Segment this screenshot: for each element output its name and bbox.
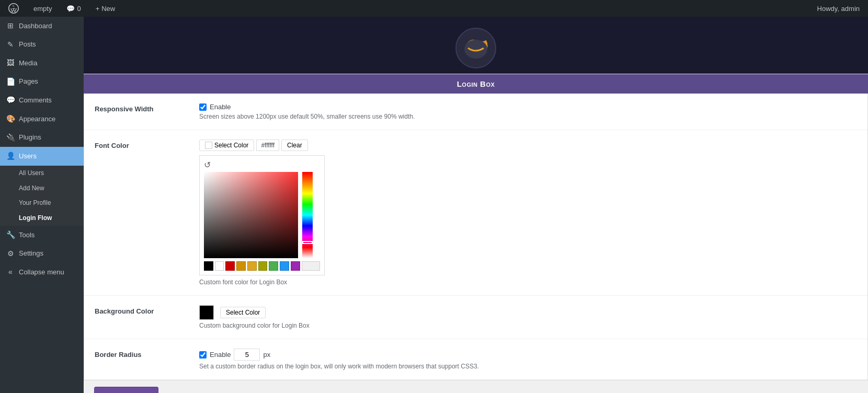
background-color-row: Background Color Select Color Custom bac… bbox=[84, 296, 867, 339]
responsive-width-row: Responsive Width Enable Screen sizes abo… bbox=[84, 94, 867, 130]
border-radius-control: Enable px Set a custom border radius on … bbox=[199, 349, 857, 370]
spectrum-thumb bbox=[302, 241, 313, 244]
sidebar-item-collapse[interactable]: « Collapse menu bbox=[0, 263, 84, 282]
sidebar-item-media[interactable]: 🖼 Media bbox=[0, 54, 84, 73]
section-title: Login Box bbox=[457, 79, 495, 88]
sidebar-item-plugins[interactable]: 🔌 Plugins bbox=[0, 129, 84, 147]
comments-icon: 💬 bbox=[6, 95, 15, 106]
sidebar-item-settings[interactable]: ⚙ Settings bbox=[0, 245, 84, 263]
color-picker-body bbox=[204, 172, 320, 258]
background-color-label: Background Color bbox=[95, 305, 199, 315]
sidebar-label-media: Media bbox=[19, 59, 37, 68]
sidebar-label-pages: Pages bbox=[19, 77, 38, 86]
swatch-green[interactable] bbox=[269, 261, 278, 271]
admin-bar: empty 💬 0 + New Howdy, admin bbox=[0, 0, 868, 17]
font-color-description: Custom font color for Login Box bbox=[199, 279, 857, 286]
site-name-label: empty bbox=[33, 5, 52, 13]
background-color-description: Custom background color for Login Box bbox=[199, 322, 857, 329]
border-radius-unit: px bbox=[263, 351, 270, 359]
sidebar-label-appearance: Appearance bbox=[19, 114, 55, 124]
font-color-swatch-preview bbox=[205, 142, 212, 149]
responsive-width-description: Screen sizes above 1200px use default 50… bbox=[199, 113, 857, 120]
login-flow-label: Login Flow bbox=[19, 214, 52, 223]
border-radius-input-row: Enable px bbox=[199, 349, 857, 361]
sidebar-item-tools[interactable]: 🔧 Tools bbox=[0, 226, 84, 245]
border-radius-row: Border Radius Enable px Set a custom bor… bbox=[84, 339, 867, 380]
bg-color-row: Select Color bbox=[199, 305, 857, 320]
swatch-white[interactable] bbox=[215, 261, 224, 271]
sidebar-label-collapse: Collapse menu bbox=[19, 268, 64, 277]
swatch-black[interactable] bbox=[204, 261, 213, 271]
sidebar-item-comments[interactable]: 💬 Comments bbox=[0, 91, 84, 110]
swatch-red[interactable] bbox=[225, 261, 235, 271]
responsive-width-label: Responsive Width bbox=[95, 103, 199, 113]
bg-color-swatch bbox=[199, 305, 214, 320]
settings-icon: ⚙ bbox=[6, 249, 15, 259]
admin-bar-right: Howdy, admin bbox=[813, 0, 864, 17]
color-picker-popup: ↺ bbox=[199, 155, 325, 275]
swatch-yellow[interactable] bbox=[247, 261, 257, 271]
tools-icon: 🔧 bbox=[6, 230, 15, 240]
responsive-enable-label[interactable]: Enable bbox=[210, 103, 231, 111]
border-radius-checkbox[interactable] bbox=[199, 351, 207, 359]
appearance-icon: 🎨 bbox=[6, 114, 15, 124]
font-color-hex-display: #ffffff bbox=[256, 140, 279, 151]
collapse-icon: « bbox=[6, 267, 15, 278]
background-color-control: Select Color Custom background color for… bbox=[199, 305, 857, 329]
font-color-clear-button[interactable]: Clear bbox=[281, 140, 308, 151]
wp-logo[interactable] bbox=[4, 0, 23, 17]
save-changes-button[interactable]: Save Changes bbox=[94, 387, 158, 393]
plugins-icon: 🔌 bbox=[6, 133, 15, 143]
all-users-label: All Users bbox=[19, 169, 44, 178]
your-profile-label: Your Profile bbox=[19, 199, 51, 207]
sidebar-item-login-flow[interactable]: Login Flow bbox=[0, 211, 84, 226]
sidebar-label-tools: Tools bbox=[19, 230, 35, 240]
main-layout: ⊞ Dashboard ✎ Posts 🖼 Media 📄 Pages 💬 Co… bbox=[0, 17, 868, 393]
font-color-select-button[interactable]: Select Color bbox=[199, 140, 254, 151]
new-content[interactable]: + New bbox=[92, 0, 120, 17]
logo-preview bbox=[84, 17, 868, 74]
border-radius-enable-label[interactable]: Enable bbox=[210, 351, 231, 359]
color-buttons: Select Color #ffffff Clear bbox=[199, 140, 857, 151]
site-name[interactable]: empty bbox=[29, 0, 56, 17]
color-spectrum[interactable] bbox=[302, 172, 313, 258]
responsive-width-checkbox-row: Enable bbox=[199, 103, 857, 111]
responsive-width-checkbox[interactable] bbox=[199, 103, 207, 111]
main-content: Login Box Responsive Width Enable Screen… bbox=[84, 17, 868, 393]
plus-icon: + bbox=[96, 5, 100, 13]
users-submenu: All Users Add New Your Profile Login Flo… bbox=[0, 166, 84, 226]
logo-circle bbox=[450, 22, 502, 69]
sidebar-item-users[interactable]: 👤 Users bbox=[0, 147, 84, 166]
bg-color-select-button[interactable]: Select Color bbox=[220, 307, 266, 318]
border-radius-description: Set a custom border radius on the login … bbox=[199, 363, 857, 370]
color-swatches bbox=[204, 261, 320, 271]
border-radius-input[interactable] bbox=[234, 349, 260, 361]
howdy-admin[interactable]: Howdy, admin bbox=[813, 0, 864, 17]
comments-count[interactable]: 💬 0 bbox=[62, 0, 85, 17]
bg-color-select-label: Select Color bbox=[226, 309, 260, 316]
comment-count-value: 0 bbox=[77, 5, 81, 13]
swatch-olive[interactable] bbox=[258, 261, 268, 271]
sidebar-item-dashboard[interactable]: ⊞ Dashboard bbox=[0, 17, 84, 36]
responsive-width-control: Enable Screen sizes above 1200px use def… bbox=[199, 103, 857, 120]
rotate-icon[interactable]: ↺ bbox=[204, 160, 211, 170]
sidebar-item-all-users[interactable]: All Users bbox=[0, 166, 84, 181]
users-icon: 👤 bbox=[6, 151, 15, 161]
swatch-input-area[interactable] bbox=[302, 261, 320, 271]
swatch-blue[interactable] bbox=[280, 261, 289, 271]
settings-container: Responsive Width Enable Screen sizes abo… bbox=[84, 94, 868, 380]
swatch-purple[interactable] bbox=[291, 261, 300, 271]
font-color-select-label: Select Color bbox=[214, 142, 248, 149]
sidebar-item-appearance[interactable]: 🎨 Appearance bbox=[0, 110, 84, 129]
sidebar-item-pages[interactable]: 📄 Pages bbox=[0, 73, 84, 91]
posts-icon: ✎ bbox=[6, 40, 15, 50]
sidebar-item-posts[interactable]: ✎ Posts bbox=[0, 36, 84, 54]
sidebar-item-your-profile[interactable]: Your Profile bbox=[0, 195, 84, 211]
sidebar-item-add-new[interactable]: Add New bbox=[0, 181, 84, 196]
sidebar-label-plugins: Plugins bbox=[19, 133, 41, 142]
svg-point-1 bbox=[464, 40, 487, 59]
swatch-orange[interactable] bbox=[236, 261, 246, 271]
color-gradient[interactable] bbox=[204, 172, 298, 258]
add-new-label: Add New bbox=[19, 184, 44, 193]
greeting-label: Howdy, admin bbox=[817, 5, 860, 13]
